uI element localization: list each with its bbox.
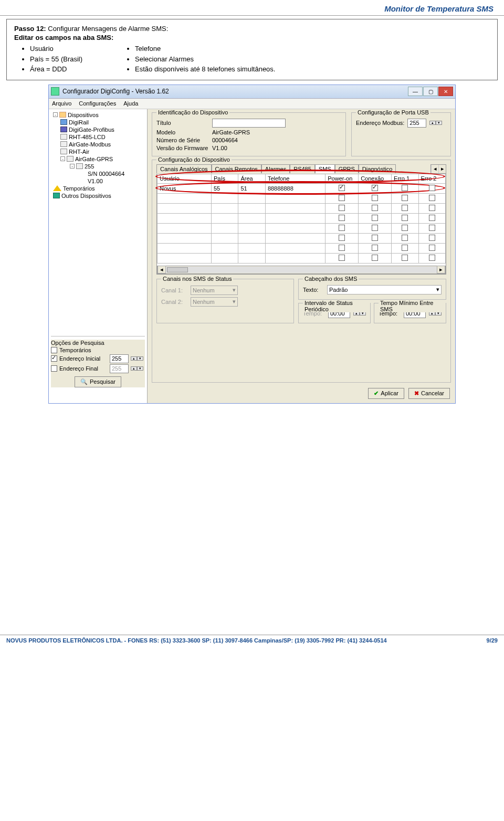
th-telefone: Telefone <box>265 174 325 183</box>
tree-outros[interactable]: Outros Dispositivos <box>51 192 145 199</box>
erro2-checkbox[interactable] <box>429 185 435 191</box>
app-icon <box>51 87 59 96</box>
tab-canais-remotos[interactable]: Canais Remotos <box>212 164 261 173</box>
cell-usuario[interactable]: Novus <box>158 183 212 193</box>
doc-title: Monitor de Temperatura SMS <box>0 0 504 16</box>
step-prefix: Passo 12: <box>14 25 46 33</box>
th-erro2: Erro 2 <box>418 174 445 183</box>
modelo-label: Modelo <box>156 129 209 135</box>
aplicar-button[interactable]: ✔Aplicar <box>368 388 404 399</box>
table-row[interactable] <box>158 213 446 223</box>
tree-item[interactable]: -AirGate-GPRS <box>51 155 145 163</box>
tree-root[interactable]: -Dispositivos <box>51 111 145 119</box>
app-window: Configurador DigiConfig - Versão 1.62 — … <box>48 85 456 404</box>
check-icon: ✔ <box>374 390 379 397</box>
config-dispositivo-group: Configuração do Dispositivo Canais Analó… <box>152 160 451 383</box>
table-row[interactable] <box>158 223 446 233</box>
tree-leaf[interactable]: S/N 00004664 <box>51 170 145 177</box>
tab-diagnostico[interactable]: Diagnóstico <box>359 164 396 173</box>
tab-sms[interactable]: SMS <box>315 164 335 173</box>
table-row[interactable] <box>158 243 446 253</box>
device-tree-panel: -Dispositivos DigiRail DigiGate-Profibus… <box>49 109 148 403</box>
canal2-label: Canal 2: <box>161 299 187 305</box>
tab-canais-analogicos[interactable]: Canais Analógicos <box>156 164 212 173</box>
warning-icon <box>53 185 61 191</box>
texto-label: Texto: <box>303 287 324 293</box>
cell-telefone[interactable]: 88888888 <box>265 183 325 193</box>
tabs-scroll-right[interactable]: ▸ <box>438 165 446 173</box>
cancelar-button[interactable]: ✖Cancelar <box>408 388 450 399</box>
tree-leaf[interactable]: V1.00 <box>51 177 145 185</box>
poweron-checkbox[interactable] <box>339 185 345 191</box>
chevron-down-icon: ▾ <box>233 298 236 305</box>
titulo-label: Título <box>156 120 209 126</box>
firmware-value: V1.00 <box>212 145 227 151</box>
list-item: Telefone <box>135 44 275 54</box>
cell-pais[interactable]: 55 <box>211 183 238 193</box>
table-row[interactable] <box>158 233 446 243</box>
canal2-select[interactable]: Nenhum▾ <box>191 297 238 307</box>
titulo-input[interactable] <box>212 119 286 128</box>
th-poweron: Power-on <box>326 174 359 183</box>
menu-configuracoes[interactable]: Configurações <box>79 100 116 107</box>
list-item: Selecionar Alarmes <box>135 54 275 65</box>
table-row[interactable] <box>158 203 446 213</box>
serie-value: 00004664 <box>212 137 238 143</box>
canal1-select[interactable]: Nenhum▾ <box>191 286 238 295</box>
tab-rs485[interactable]: RS485 <box>290 164 315 173</box>
right-panel: Identificação do Dispositivo Título Mode… <box>148 109 455 403</box>
bullet-col-left: Usuário País = 55 (Brasil) Área = DDD <box>14 44 82 75</box>
endereco-inicial-input[interactable] <box>110 354 129 363</box>
menu-arquivo[interactable]: Arquivo <box>52 100 71 107</box>
footer-company: NOVUS PRODUTOS ELETRÔNICOS LTDA. - FONES… <box>6 637 387 644</box>
serie-label: Número de Série <box>156 137 209 143</box>
table-hscroll[interactable]: ◂▸ <box>157 266 446 274</box>
tab-gprs[interactable]: GPRS <box>335 164 359 173</box>
tree-item[interactable]: AirGate-Modbus <box>51 141 145 148</box>
tree-node-255[interactable]: -255 <box>51 163 145 170</box>
table-row[interactable] <box>158 253 446 263</box>
step-line: Passo 12: Configurar Mensagens de Alarme… <box>14 25 490 33</box>
minimize-button[interactable]: — <box>408 87 423 96</box>
step-text: Configurar Mensagens de Alarme SMS: <box>48 25 168 33</box>
tree-item[interactable]: DigiGate-Profibus <box>51 126 145 133</box>
modbus-input[interactable] <box>407 119 426 128</box>
tabs-row: Canais Analógicos Canais Remotos Alarmes… <box>156 164 446 174</box>
modbus-label: Endereço Modbus: <box>356 120 404 126</box>
firmware-label: Versão do Firmware <box>156 145 209 151</box>
th-usuario: Usuário <box>158 174 212 183</box>
endereco-final-input[interactable] <box>110 364 129 373</box>
list-item: Área = DDD <box>30 64 82 75</box>
spin-down-icon[interactable]: ▾ <box>436 121 442 125</box>
page-footer: NOVUS PRODUTOS ELETRÔNICOS LTDA. - FONES… <box>0 635 504 644</box>
conexao-checkbox[interactable] <box>372 185 378 191</box>
table-row[interactable] <box>158 193 446 203</box>
bullet-col-right: Telefone Selecionar Alarmes Estão dispon… <box>119 44 275 75</box>
th-area: Área <box>238 174 265 183</box>
temporarios-label: Temporários <box>59 347 91 353</box>
search-icon <box>80 378 88 385</box>
window-title: Configurador DigiConfig - Versão 1.62 <box>62 88 408 95</box>
endereco-inicial-checkbox[interactable] <box>51 355 57 362</box>
spin-up-icon[interactable]: ▴ <box>429 121 436 125</box>
tabs-scroll-left[interactable]: ◂ <box>431 165 438 173</box>
endereco-final-checkbox[interactable] <box>51 365 57 372</box>
tree-temporarios[interactable]: Temporários <box>51 185 145 192</box>
texto-select[interactable]: Padrão▾ <box>327 285 442 294</box>
tree-item[interactable]: RHT-485-LCD <box>51 133 145 141</box>
maximize-button[interactable]: ▢ <box>423 87 438 96</box>
tree-item[interactable]: DigiRail <box>51 119 145 126</box>
tree-item[interactable]: RHT-Air <box>51 148 145 155</box>
temporarios-checkbox[interactable] <box>51 347 57 353</box>
pesquisar-button[interactable]: Pesquisar <box>75 376 121 387</box>
erro1-checkbox[interactable] <box>402 185 408 191</box>
endereco-inicial-label: Endereço Inicial <box>59 355 108 362</box>
close-button[interactable]: ✕ <box>438 87 453 96</box>
table-row[interactable]: Novus 55 51 88888888 <box>158 183 446 193</box>
menu-ajuda[interactable]: Ajuda <box>123 100 138 107</box>
chevron-down-icon: ▾ <box>233 287 236 293</box>
cell-area[interactable]: 51 <box>238 183 265 193</box>
step-subtitle: Editar os campos na aba SMS: <box>14 34 490 41</box>
endereco-final-label: Endereço Final <box>59 365 108 372</box>
tab-alarmes[interactable]: Alarmes <box>261 164 290 173</box>
